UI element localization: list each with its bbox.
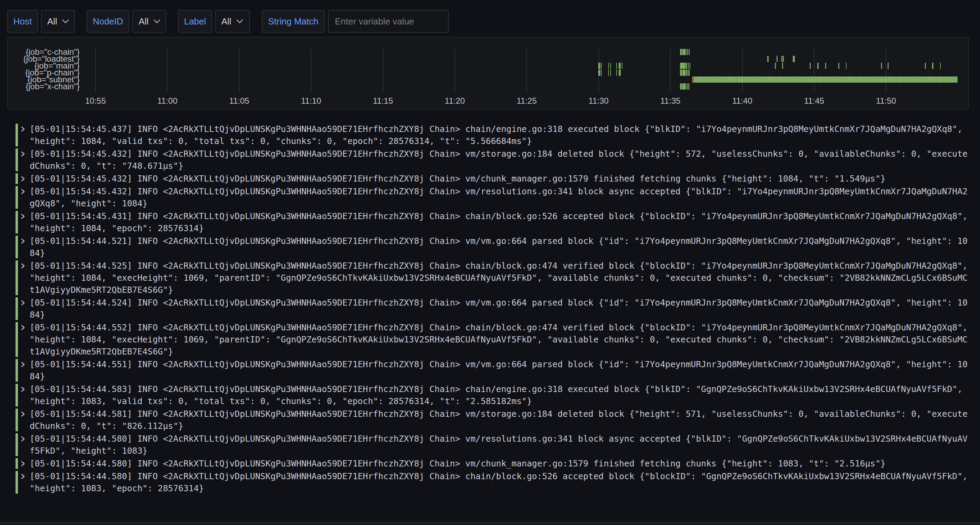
log-line-text: [05-01|15:54:45.437] INFO <2AcRkXTLLtQjv… <box>30 123 970 147</box>
log-level-bar <box>16 322 18 357</box>
log-level-bar <box>16 124 18 146</box>
log-row[interactable]: [05-01|15:54:44.552] INFO <2AcRkXTLLtQjv… <box>16 321 970 358</box>
log-row[interactable]: [05-01|15:54:45.432] INFO <2AcRkXTLLtQjv… <box>16 173 970 185</box>
gridline <box>598 49 599 92</box>
activity-segment <box>601 63 602 69</box>
expand-chevron-icon[interactable] <box>20 358 25 370</box>
log-level-bar <box>16 236 18 259</box>
log-line-text: [05-01|15:54:45.432] INFO <2AcRkXTLLtQjv… <box>30 186 970 209</box>
log-line-text: [05-01|15:54:44.581] INFO <2AcRkXTLLtQjv… <box>30 408 970 432</box>
string-match-input-wrap: Enter variable value <box>328 10 449 33</box>
activity-segment <box>881 63 882 69</box>
activity-segment <box>608 70 609 76</box>
activity-segment <box>846 63 847 69</box>
label-variable-dropdown[interactable]: All <box>215 10 250 33</box>
bottom-panel-edge <box>0 522 980 525</box>
log-level-bar <box>16 433 18 456</box>
activity-segment <box>687 83 687 90</box>
expand-chevron-icon[interactable] <box>20 210 25 222</box>
log-line-text: [05-01|15:54:44.525] INFO <2AcRkXTLLtQjv… <box>30 260 970 296</box>
log-row[interactable]: [05-01|15:54:44.583] INFO <2AcRkXTLLtQjv… <box>16 383 970 407</box>
chevron-down-icon <box>153 19 160 24</box>
activity-segment <box>925 63 926 69</box>
expand-chevron-icon[interactable] <box>20 148 25 160</box>
label-variable-value: All <box>221 16 231 27</box>
log-line-text: [05-01|15:54:45.432] INFO <2AcRkXTLLtQjv… <box>30 148 970 172</box>
gridline <box>886 49 886 92</box>
activity-segment <box>680 49 682 55</box>
host-variable-label: Host <box>7 10 38 33</box>
log-line-text: [05-01|15:54:45.432] INFO <2AcRkXTLLtQjv… <box>30 173 970 185</box>
log-row[interactable]: [05-01|15:54:45.431] INFO <2AcRkXTLLtQjv… <box>16 210 970 234</box>
string-match-input[interactable]: Enter variable value <box>335 16 414 27</box>
activity-segment <box>687 49 688 55</box>
time-tick-label: 11:05 <box>229 97 249 105</box>
legend-label-6[interactable]: {job="x-chain"} <box>8 83 80 90</box>
log-level-bar <box>16 359 18 382</box>
gridline <box>95 49 96 92</box>
activity-segment <box>619 70 621 76</box>
expand-chevron-icon[interactable] <box>20 408 25 420</box>
log-row[interactable]: [05-01|15:54:44.525] INFO <2AcRkXTLLtQjv… <box>16 260 970 296</box>
expand-chevron-icon[interactable] <box>20 297 25 309</box>
log-row[interactable]: [05-01|15:54:45.437] INFO <2AcRkXTLLtQjv… <box>16 123 970 147</box>
log-level-bar <box>16 260 18 295</box>
log-line-text: [05-01|15:54:44.580] INFO <2AcRkXTLLtQjv… <box>30 457 970 469</box>
gridline <box>239 49 240 92</box>
time-tick-label: 10:55 <box>85 97 106 105</box>
expand-chevron-icon[interactable] <box>20 235 25 247</box>
log-row[interactable]: [05-01|15:54:44.551] INFO <2AcRkXTLLtQjv… <box>16 358 970 382</box>
activity-segment <box>810 63 811 69</box>
time-tick-label: 11:35 <box>660 97 680 105</box>
log-row[interactable]: [05-01|15:54:44.581] INFO <2AcRkXTLLtQjv… <box>16 408 970 432</box>
log-row[interactable]: [05-01|15:54:44.580] INFO <2AcRkXTLLtQjv… <box>16 433 970 457</box>
activity-segment <box>682 49 686 55</box>
log-row[interactable]: [05-01|15:54:44.524] INFO <2AcRkXTLLtQjv… <box>16 297 970 321</box>
log-line-text: [05-01|15:54:45.431] INFO <2AcRkXTLLtQjv… <box>30 210 970 234</box>
log-row[interactable]: [05-01|15:54:44.580] INFO <2AcRkXTLLtQjv… <box>16 457 970 469</box>
nodeid-variable-dropdown[interactable]: All <box>132 10 166 33</box>
time-tick-label: 11:00 <box>157 97 177 105</box>
string-match-variable-label: String Match <box>262 10 325 33</box>
log-line-text: [05-01|15:54:44.580] INFO <2AcRkXTLLtQjv… <box>30 433 970 457</box>
nodeid-variable-label-text: NodeID <box>93 16 123 27</box>
activity-segment <box>616 63 617 69</box>
chevron-down-icon <box>236 19 243 24</box>
activity-segment <box>682 70 686 76</box>
host-variable-dropdown[interactable]: All <box>41 10 75 33</box>
log-row[interactable]: [05-01|15:54:44.521] INFO <2AcRkXTLLtQjv… <box>16 235 970 259</box>
log-row[interactable]: [05-01|15:54:44.580] INFO <2AcRkXTLLtQjv… <box>16 470 970 494</box>
time-tick-label: 11:40 <box>732 97 752 105</box>
expand-chevron-icon[interactable] <box>20 173 25 185</box>
expand-chevron-icon[interactable] <box>20 123 25 135</box>
activity-segment <box>825 63 826 69</box>
variables-bar: Host All NodeID All Label All String Mat… <box>7 10 449 33</box>
expand-chevron-icon[interactable] <box>20 186 25 197</box>
expand-chevron-icon[interactable] <box>20 383 25 395</box>
expand-chevron-icon[interactable] <box>20 457 25 469</box>
expand-chevron-icon[interactable] <box>20 321 25 333</box>
time-tick-label: 11:10 <box>301 97 321 105</box>
gridline <box>814 49 815 92</box>
activity-segment <box>610 70 611 76</box>
activity-segment <box>680 63 684 69</box>
activity-segment <box>687 83 688 90</box>
activity-segment <box>793 56 795 62</box>
activity-segment <box>817 63 819 69</box>
activity-segment <box>782 63 783 69</box>
log-volume-plot[interactable]: {job="c-chain"}{job="loadtest"}{job="mai… <box>8 38 968 109</box>
string-match-variable-label-text: String Match <box>268 16 319 27</box>
expand-chevron-icon[interactable] <box>20 260 25 272</box>
log-level-bar <box>16 471 18 494</box>
expand-chevron-icon[interactable] <box>20 433 25 445</box>
activity-segment <box>767 56 768 62</box>
expand-chevron-icon[interactable] <box>20 470 25 482</box>
activity-segment <box>688 63 689 69</box>
log-line-text: [05-01|15:54:44.551] INFO <2AcRkXTLLtQjv… <box>30 358 970 382</box>
log-level-bar <box>16 149 18 171</box>
log-row[interactable]: [05-01|15:54:45.432] INFO <2AcRkXTLLtQjv… <box>16 186 970 209</box>
activity-segment <box>686 63 687 69</box>
time-tick-label: 11:15 <box>373 97 393 105</box>
activity-segment <box>689 49 690 55</box>
log-row[interactable]: [05-01|15:54:45.432] INFO <2AcRkXTLLtQjv… <box>16 148 970 172</box>
